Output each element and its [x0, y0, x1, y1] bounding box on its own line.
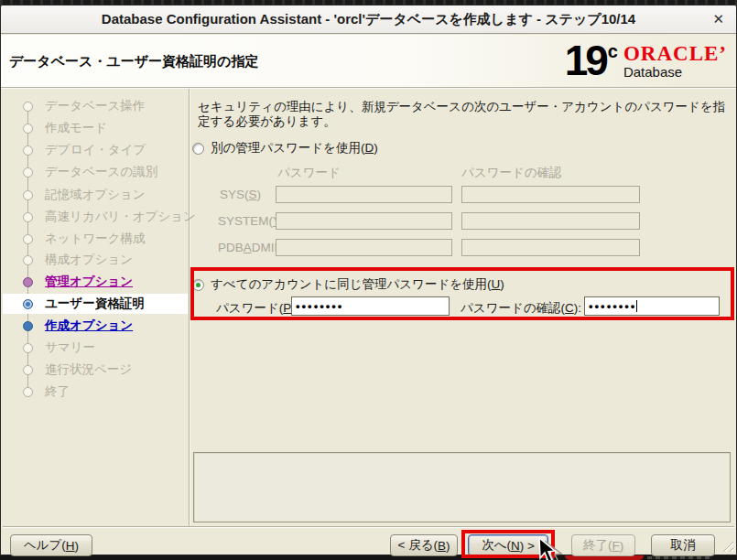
- step-dot-icon: [23, 365, 33, 375]
- step-dot-icon: [23, 277, 33, 287]
- sidebar-step-summary: サマリー: [3, 338, 188, 358]
- confirm-password-dots: ••••••••: [589, 299, 636, 313]
- radio-unselected-icon[interactable]: [192, 143, 204, 155]
- background-text-marks: [647, 556, 711, 559]
- step-dot-icon: [23, 387, 33, 397]
- sidebar-separator: [189, 89, 190, 526]
- step-dot-icon: [23, 167, 33, 178]
- sidebar-step-creation-option[interactable]: 作成オプション: [3, 316, 188, 336]
- oracle-19c-logo: 19 c ORACLE’ Database: [565, 38, 727, 83]
- security-intro-text: セキュリティの理由により、新規データベースの次のユーザー・アカウントのパスワード…: [198, 100, 733, 129]
- sidebar-step-management-option[interactable]: 管理オプション: [3, 272, 188, 292]
- logo-edition-letter: c: [608, 39, 618, 83]
- sidebar-step-user-credentials: ユーザー資格証明: [3, 294, 188, 314]
- oracle-wordmark: ORACLE’: [623, 44, 727, 64]
- sidebar-step-storage-option: 記憶域オプション: [3, 185, 188, 205]
- sidebar-step-database-operation: データベース操作: [3, 96, 188, 116]
- step-dot-icon: [23, 343, 33, 353]
- sys-password-field: [276, 186, 452, 203]
- screen: { "window": { "title": "Database Configu…: [0, 0, 737, 560]
- sidebar-step-progress-page: 進行状況ページ: [3, 360, 188, 380]
- password-dots: ••••••••: [296, 299, 343, 313]
- page-title: データベース・ユーザー資格証明の指定: [9, 53, 258, 70]
- step-dot-icon: [23, 145, 33, 156]
- step-dot-icon: [23, 190, 33, 200]
- step-dot-icon: [23, 255, 33, 265]
- sys-confirm-field: [461, 186, 640, 203]
- logo-product-name: Database: [623, 64, 727, 80]
- window-titlebar[interactable]: Database Configuration Assistant - 'orcl…: [1, 5, 736, 34]
- sidebar-step-config-option: 構成オプション: [3, 250, 188, 270]
- sidebar-step-fast-recovery: 高速リカバリ・オプション: [3, 207, 188, 227]
- radio-selected-icon[interactable]: [192, 279, 204, 291]
- confirm-password-label: パスワードの確認(C):: [461, 300, 581, 317]
- confirm-password-input[interactable]: ••••••••: [584, 296, 720, 316]
- step-dot-icon: [23, 124, 33, 134]
- help-button[interactable]: ヘルプ(H): [10, 534, 92, 556]
- mouse-cursor-icon: [536, 535, 563, 560]
- pdbadmin-row-label: PDBADMIN: [218, 241, 283, 254]
- pdbadmin-confirm-field: [461, 239, 640, 256]
- sidebar-step-db-identification: データベースの識別: [3, 162, 188, 182]
- step-dot-icon: [23, 234, 33, 244]
- cancel-button[interactable]: 取消: [651, 534, 715, 556]
- sidebar-step-creation-mode: 作成モード: [3, 118, 188, 138]
- password-column-header: パスワード: [277, 165, 341, 181]
- sidebar-step-finish: 終了: [3, 382, 188, 402]
- step-dot-icon: [23, 212, 33, 222]
- close-icon[interactable]: ✕: [712, 11, 724, 27]
- step-dot-icon: [23, 299, 33, 309]
- logo-version-number: 19: [565, 38, 606, 83]
- window-title: Database Configuration Assistant - 'orcl…: [102, 11, 635, 28]
- sidebar-step-deploy-type: デプロイ・タイプ: [3, 140, 188, 160]
- footer-separator: [3, 526, 734, 527]
- step-dot-icon: [23, 321, 33, 331]
- radio-use-different-passwords[interactable]: 別の管理パスワードを使用(D): [192, 140, 378, 156]
- pdbadmin-password-field: [276, 239, 452, 256]
- system-password-field: [276, 212, 452, 230]
- finish-button: 終了(F): [571, 534, 635, 556]
- password-label: パスワード(P):: [216, 300, 299, 317]
- dbca-wizard-window: Database Configuration Assistant - 'orcl…: [0, 5, 737, 555]
- confirm-column-header: パスワードの確認: [461, 165, 562, 181]
- resize-grip[interactable]: [720, 538, 733, 552]
- message-box: [193, 452, 731, 522]
- password-input[interactable]: ••••••••: [291, 296, 450, 316]
- page-header: データベース・ユーザー資格証明の指定 19 c ORACLE’ Database: [1, 35, 736, 88]
- sidebar-step-network-config: ネットワーク構成: [3, 229, 188, 249]
- sys-row-label: SYS(S): [220, 188, 261, 201]
- back-button[interactable]: < 戻る(B): [390, 534, 458, 556]
- radio-same-password-all-accounts[interactable]: すべてのアカウントに同じ管理パスワードを使用(U): [192, 276, 504, 293]
- text-caret: [636, 300, 637, 312]
- step-dot-icon: [23, 102, 33, 112]
- system-confirm-field: [461, 212, 640, 230]
